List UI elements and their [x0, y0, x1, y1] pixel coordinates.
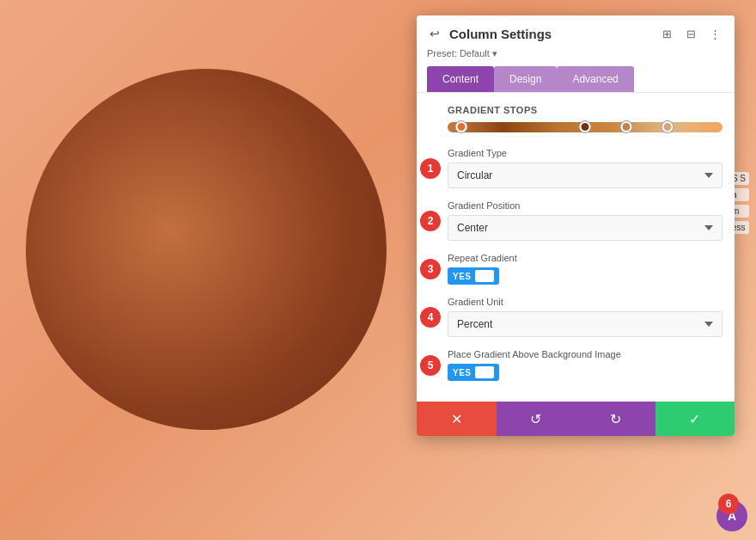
back-icon[interactable]: ↩	[427, 26, 442, 41]
gradient-stops-label: Gradient Stops	[448, 105, 722, 115]
redo-button[interactable]: ↻	[576, 402, 655, 436]
preset-selector[interactable]: Preset: Default ▾	[427, 48, 724, 59]
save-button[interactable]: ✓	[655, 402, 735, 436]
panel-header: ↩ Column Settings ⊞ ⊟ ⋮ Preset: Default …	[417, 15, 735, 93]
panel-title-left: ↩ Column Settings	[427, 26, 552, 41]
place-gradient-toggle[interactable]: YES	[448, 364, 499, 381]
place-gradient-toggle-wrap: YES	[448, 364, 722, 381]
gradient-type-group: Gradient Type 1 Circular Linear Elliptic…	[448, 148, 722, 188]
place-gradient-yes-label: YES	[453, 368, 472, 377]
cancel-button[interactable]: ✕	[417, 402, 497, 436]
stop-dot-1[interactable]	[456, 121, 467, 132]
badge-1: 1	[420, 158, 441, 179]
gradient-type-select[interactable]: Circular Linear Elliptical Conic	[448, 163, 722, 188]
place-gradient-label: Place Gradient Above Background Image	[448, 349, 722, 359]
reset-button[interactable]: ↺	[497, 402, 576, 436]
gradient-stops-track[interactable]	[448, 122, 722, 132]
stop-dot-2[interactable]	[580, 121, 591, 132]
stop-dot-4[interactable]	[662, 121, 674, 132]
background-circle	[26, 69, 387, 430]
gradient-position-label: Gradient Position	[448, 200, 722, 211]
stop-dot-3[interactable]	[621, 121, 632, 132]
toggle-handle	[475, 270, 494, 282]
gradient-position-select[interactable]: Center Top Left Top Right Bottom Left Bo…	[448, 215, 722, 241]
toggle-handle-2	[475, 366, 494, 378]
repeat-gradient-yes-label: YES	[453, 272, 472, 281]
gradient-unit-select[interactable]: Percent Pixels	[448, 311, 722, 337]
tab-content[interactable]: Content	[427, 66, 494, 92]
layout-icon[interactable]: ⊟	[681, 24, 700, 43]
more-icon[interactable]: ⋮	[705, 24, 724, 43]
badge-5: 5	[420, 355, 441, 376]
gradient-unit-label: Gradient Unit	[448, 297, 722, 307]
badge-6: 6	[718, 494, 739, 514]
repeat-gradient-group: Repeat Gradient 3 YES	[448, 253, 722, 285]
panel-title: Column Settings	[449, 27, 552, 41]
gradient-position-group: Gradient Position 2 Center Top Left Top …	[448, 200, 722, 241]
tab-advanced[interactable]: Advanced	[557, 66, 633, 92]
repeat-gradient-toggle[interactable]: YES	[448, 267, 499, 285]
panel-title-right: ⊞ ⊟ ⋮	[657, 24, 724, 43]
panel-body: Gradient Stops Gradient Type 1 Circular …	[417, 93, 735, 402]
gradient-type-label: Gradient Type	[448, 148, 722, 158]
panel-footer: ✕ ↺ ↻ ✓	[417, 402, 735, 436]
badge-4: 4	[420, 307, 441, 328]
badge-2: 2	[420, 211, 441, 231]
repeat-gradient-label: Repeat Gradient	[448, 253, 722, 263]
repeat-gradient-toggle-wrap: YES	[448, 267, 722, 285]
column-settings-panel: ↩ Column Settings ⊞ ⊟ ⋮ Preset: Default …	[417, 15, 735, 436]
place-gradient-group: Place Gradient Above Background Image 5 …	[448, 349, 722, 381]
panel-title-row: ↩ Column Settings ⊞ ⊟ ⋮	[427, 24, 724, 43]
badge-3: 3	[420, 259, 441, 279]
settings-tabs: Content Design Advanced	[427, 66, 724, 92]
tab-design[interactable]: Design	[494, 66, 557, 92]
expand-icon[interactable]: ⊞	[657, 24, 676, 43]
gradient-unit-group: Gradient Unit 4 Percent Pixels	[448, 297, 722, 337]
gradient-stops-section: Gradient Stops	[448, 105, 722, 132]
